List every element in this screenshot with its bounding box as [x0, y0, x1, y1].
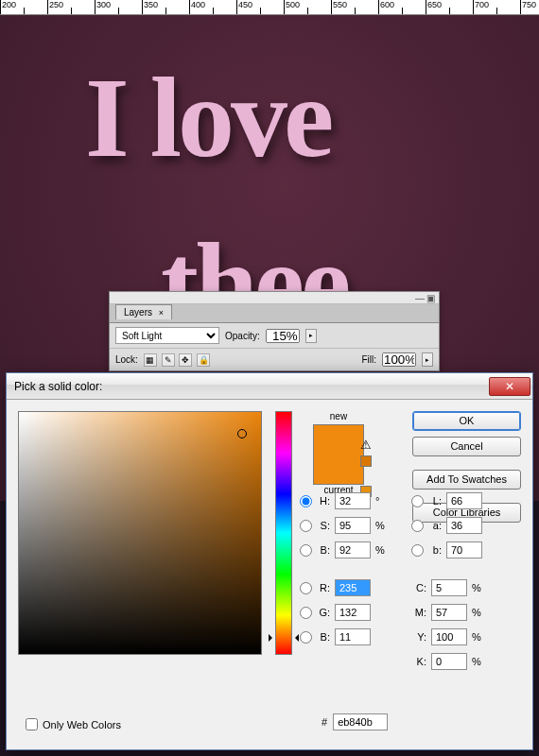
lab-cmyk-column: L: a: b: C:% M:% Y:% K:% — [411, 491, 502, 671]
brgb-input[interactable] — [335, 628, 371, 645]
gamut-warnings: ⚠ — [360, 438, 372, 497]
k-input[interactable] — [431, 653, 467, 670]
blend-mode-select[interactable]: Soft Light — [115, 327, 219, 344]
dialog-body: new current ⚠ OK Cancel Add To Swatches … — [7, 400, 532, 751]
layers-row-lock: Lock: ▦ ✎ ✥ 🔒 Fill: ▸ — [110, 348, 439, 370]
panel-minimize-icon[interactable]: — — [415, 293, 425, 303]
hex-input[interactable] — [333, 713, 388, 730]
ok-button[interactable]: OK — [412, 411, 521, 431]
color-field[interactable] — [18, 411, 262, 655]
opacity-flyout-icon[interactable]: ▸ — [305, 329, 317, 343]
lock-position-icon[interactable]: ✥ — [179, 353, 192, 367]
layers-tabbar: Layers × — [110, 304, 439, 323]
gamut-warning-icon[interactable]: ⚠ — [360, 438, 372, 452]
lock-image-icon[interactable]: ✎ — [162, 353, 175, 367]
l-radio[interactable] — [411, 495, 424, 507]
lock-icons-group: ▦ ✎ ✥ 🔒 — [144, 353, 212, 367]
s-input[interactable] — [335, 517, 371, 534]
a-radio[interactable] — [411, 520, 424, 532]
lock-all-icon[interactable]: 🔒 — [197, 353, 210, 367]
opacity-input[interactable] — [266, 329, 300, 343]
swatch-new[interactable] — [314, 425, 363, 455]
color-picker-dialog: Pick a solid color: ✕ new current ⚠ — [6, 372, 533, 750]
gamut-swatch[interactable] — [360, 455, 372, 467]
layers-row-blend: Soft Light Opacity: ▸ — [110, 323, 439, 348]
cancel-button[interactable]: Cancel — [412, 437, 521, 456]
fill-label: Fill: — [361, 354, 376, 365]
hsb-rgb-column: H:° S:% B:% R: G: B: — [300, 491, 391, 671]
only-web-colors-checkbox[interactable] — [26, 718, 38, 730]
m-input[interactable] — [431, 604, 467, 621]
layers-sysbar: — ▣ — [110, 292, 439, 304]
swatch-current[interactable] — [314, 455, 363, 484]
new-label: new — [305, 411, 372, 421]
g-radio[interactable] — [300, 607, 312, 619]
canvas-text-line1: I love — [85, 53, 330, 183]
s-radio[interactable] — [300, 520, 312, 532]
numeric-fields: H:° S:% B:% R: G: B: L: a: b: C:% M:% Y:… — [300, 491, 523, 671]
add-swatches-button[interactable]: Add To Swatches — [412, 470, 521, 490]
y-input[interactable] — [431, 628, 467, 645]
blab-input[interactable] — [446, 541, 482, 558]
layers-panel: — ▣ Layers × Soft Light Opacity: ▸ Lock:… — [109, 291, 440, 371]
bhsb-input[interactable] — [335, 541, 371, 558]
l-input[interactable] — [446, 492, 482, 509]
blab-radio[interactable] — [411, 544, 424, 557]
layers-tab-label: Layers — [124, 307, 152, 318]
fill-flyout-icon[interactable]: ▸ — [422, 352, 433, 367]
window-controls: ✕ — [489, 377, 530, 396]
g-input[interactable] — [335, 604, 371, 621]
bhsb-radio[interactable] — [300, 544, 312, 557]
close-icon[interactable]: × — [159, 308, 164, 318]
hash-label: # — [322, 716, 327, 728]
horizontal-ruler: 200250300350400450500550600650700750 — [0, 0, 539, 15]
tab-layers[interactable]: Layers × — [115, 304, 172, 319]
h-radio[interactable] — [300, 495, 312, 507]
fill-input[interactable] — [382, 352, 416, 367]
a-input[interactable] — [446, 517, 482, 534]
window-close-button[interactable]: ✕ — [489, 377, 530, 396]
lock-transparency-icon[interactable]: ▦ — [144, 353, 157, 367]
hex-row: # — [322, 713, 388, 730]
c-input[interactable] — [431, 579, 467, 596]
hue-slider[interactable] — [275, 411, 292, 655]
r-radio[interactable] — [300, 582, 312, 594]
dialog-titlebar[interactable]: Pick a solid color: ✕ — [7, 373, 532, 400]
color-picker-cursor[interactable] — [237, 429, 247, 438]
only-web-colors-label: Only Web Colors — [43, 719, 121, 730]
h-input[interactable] — [335, 492, 371, 509]
panel-close-icon[interactable]: ▣ — [426, 293, 435, 303]
only-web-colors-row: Only Web Colors — [26, 718, 121, 730]
r-input[interactable] — [335, 579, 371, 596]
lock-label: Lock: — [115, 354, 138, 365]
opacity-label: Opacity: — [225, 331, 260, 341]
dialog-title: Pick a solid color: — [14, 380, 102, 393]
brgb-radio[interactable] — [300, 631, 312, 644]
swatch-preview — [313, 424, 364, 485]
